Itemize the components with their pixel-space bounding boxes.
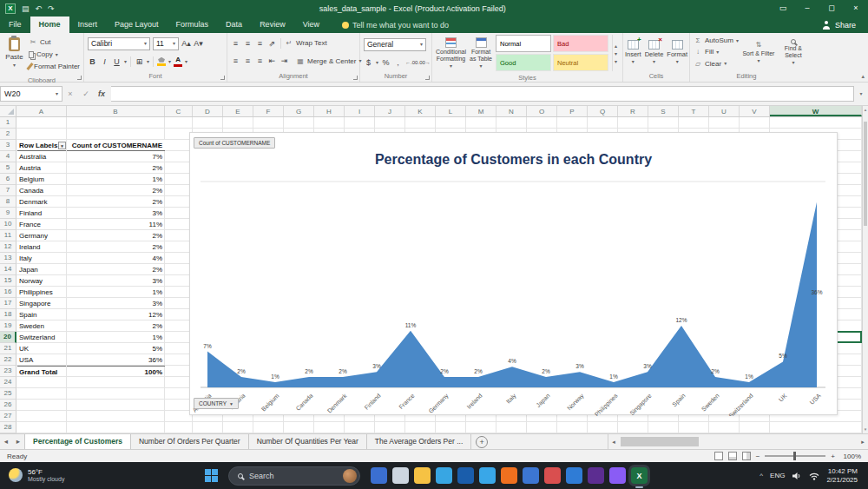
share-button[interactable]: Share — [822, 17, 868, 33]
volume-icon[interactable] — [792, 472, 802, 480]
column-header-K[interactable]: K — [405, 106, 436, 116]
start-button[interactable] — [205, 469, 218, 482]
row-header-15[interactable]: 15 — [0, 275, 16, 287]
weather-widget[interactable]: 56°F Mostly cloudy — [0, 468, 130, 484]
decrease-decimal-button[interactable]: .00→ — [418, 60, 428, 65]
formula-bar-expand-icon[interactable]: ▾ — [854, 91, 868, 96]
cell-B5[interactable]: 2% — [67, 162, 165, 174]
column-header-P[interactable]: P — [557, 106, 588, 116]
hscroll-left-icon[interactable]: ◂ — [608, 434, 619, 449]
collapse-ribbon-icon[interactable]: ▴ — [861, 73, 865, 80]
font-color-button[interactable]: A — [174, 56, 182, 67]
zoom-out-button[interactable]: − — [756, 453, 760, 460]
sheet-nav-right-icon[interactable]: ▸ — [12, 434, 24, 449]
fill-color-button[interactable] — [157, 57, 166, 66]
taskbar-app-photos[interactable] — [544, 467, 561, 484]
row-header-13[interactable]: 13 — [0, 253, 16, 264]
row-header-14[interactable]: 14 — [0, 264, 16, 275]
chart-field-button[interactable]: Count of CUSTOMERNAME — [194, 137, 275, 149]
cell-B11[interactable]: 2% — [67, 230, 165, 241]
column-header-J[interactable]: J — [375, 106, 405, 116]
cell-B19[interactable]: 2% — [67, 320, 165, 332]
enter-button[interactable]: ✓ — [78, 89, 94, 98]
sort-filter-button[interactable]: ⇅Sort & Filter▾ — [742, 35, 775, 69]
cell-A18[interactable]: Spain — [17, 309, 66, 320]
column-header-B[interactable]: B — [67, 106, 165, 116]
cell-B14[interactable]: 2% — [67, 264, 165, 275]
cell-B4[interactable]: 7% — [67, 151, 165, 162]
column-header-G[interactable]: G — [284, 106, 314, 116]
sheet-tab-the-average-orders-per[interactable]: The Average Orders Per ... — [367, 434, 471, 449]
cell-A5[interactable]: Austria — [17, 162, 66, 174]
align-left-button[interactable]: ≡ — [231, 56, 240, 65]
bold-button[interactable]: B — [88, 57, 97, 66]
insert-function-button[interactable]: fx — [94, 89, 109, 98]
select-all-corner[interactable] — [0, 106, 16, 116]
new-sheet-button[interactable]: + — [476, 436, 488, 448]
row-header-23[interactable]: 23 — [0, 366, 16, 377]
cell-B22[interactable]: 36% — [67, 354, 165, 366]
ribbon-tab-file[interactable]: File — [0, 17, 30, 33]
horizontal-scrollbar[interactable]: ◂ ▸ — [608, 434, 868, 449]
cell-A12[interactable]: Ireland — [17, 241, 66, 253]
borders-button[interactable]: ⊞ — [135, 57, 144, 66]
row-header-5[interactable]: 5 — [0, 162, 16, 174]
tell-me-box[interactable]: Tell me what you want to do — [342, 17, 449, 33]
row-header-26[interactable]: 26 — [0, 400, 16, 411]
grow-font-button[interactable]: A▴ — [181, 39, 191, 48]
cell-B18[interactable]: 12% — [67, 309, 165, 320]
row-header-21[interactable]: 21 — [0, 343, 16, 354]
column-header-U[interactable]: U — [709, 106, 740, 116]
cell-A7[interactable]: Canada — [17, 185, 66, 196]
merge-center-button[interactable]: ▦Merge & Center▾ — [296, 56, 361, 67]
font-size-select[interactable]: 11▾ — [153, 37, 179, 50]
taskbar-app-firefox[interactable] — [501, 467, 517, 484]
row-header-20[interactable]: 20 — [0, 332, 16, 343]
format-cells-button[interactable]: Format▾ — [667, 35, 687, 69]
row-header-1[interactable]: 1 — [0, 117, 16, 129]
cell-A22[interactable]: USA — [17, 354, 66, 366]
pivot-chart[interactable]: 7%2%1%2%2%3%11%2%2%4%2%3%1%3%12%2%1%5%36… — [189, 132, 838, 415]
increase-decimal-button[interactable]: ←.00 — [405, 60, 415, 65]
cell-B6[interactable]: 1% — [67, 174, 165, 185]
cell-B15[interactable]: 3% — [67, 275, 165, 287]
ribbon-display-options-icon[interactable]: ▭ — [771, 0, 795, 17]
column-header-R[interactable]: R — [618, 106, 648, 116]
ribbon-tab-review[interactable]: Review — [251, 17, 294, 33]
align-bottom-button[interactable]: ≡ — [255, 39, 265, 48]
clock[interactable]: 10:42 PM 2/21/2025 — [826, 467, 858, 485]
fill-button[interactable]: ↓Fill▾ — [694, 46, 739, 57]
cell-A4[interactable]: Australia — [17, 151, 66, 162]
wrap-text-button[interactable]: ↵Wrap Text — [285, 37, 327, 49]
align-top-button[interactable]: ≡ — [231, 39, 240, 48]
sheet-tab-percentage-of-customers[interactable]: Percentage of Customers — [24, 434, 131, 449]
row-header-10[interactable]: 10 — [0, 219, 16, 230]
sheet-tab-number-of-orders-per-quarter[interactable]: Number Of Orders Per Quarter — [131, 434, 249, 449]
taskbar-app-visual-studio[interactable] — [588, 467, 604, 484]
ribbon-tab-data[interactable]: Data — [217, 17, 251, 33]
hscroll-right-icon[interactable]: ▸ — [858, 434, 868, 449]
row-header-19[interactable]: 19 — [0, 320, 16, 332]
row-header-9[interactable]: 9 — [0, 208, 16, 219]
accounting-format-button[interactable]: $ — [364, 58, 373, 67]
restore-button[interactable]: ◻ — [819, 0, 844, 17]
font-family-select[interactable]: Calibri▾ — [88, 37, 150, 50]
scroll-down-icon[interactable]: ▾ — [863, 426, 868, 433]
column-header-M[interactable]: M — [466, 106, 496, 116]
vertical-scrollbar[interactable]: ▴ ▾ — [862, 106, 868, 433]
name-box-dropdown-icon[interactable]: ▾ — [56, 91, 58, 96]
cell-A19[interactable]: Sweden — [17, 320, 66, 332]
close-button[interactable]: × — [844, 0, 868, 17]
delete-cells-button[interactable]: Delete▾ — [645, 35, 664, 69]
taskbar-search[interactable]: Search — [228, 466, 360, 486]
column-header-T[interactable]: T — [679, 106, 709, 116]
save-icon[interactable]: ▤ — [22, 4, 30, 13]
find-select-button[interactable]: Find & Select▾ — [777, 35, 810, 69]
cell-A13[interactable]: Italy — [17, 253, 66, 264]
cut-button[interactable]: ✂Cut — [29, 36, 80, 48]
row-header-2[interactable]: 2 — [0, 129, 16, 140]
align-right-button[interactable]: ≡ — [255, 56, 265, 65]
shrink-font-button[interactable]: A▾ — [194, 39, 203, 48]
column-header-C[interactable]: C — [165, 106, 193, 116]
row-header-27[interactable]: 27 — [0, 411, 16, 422]
